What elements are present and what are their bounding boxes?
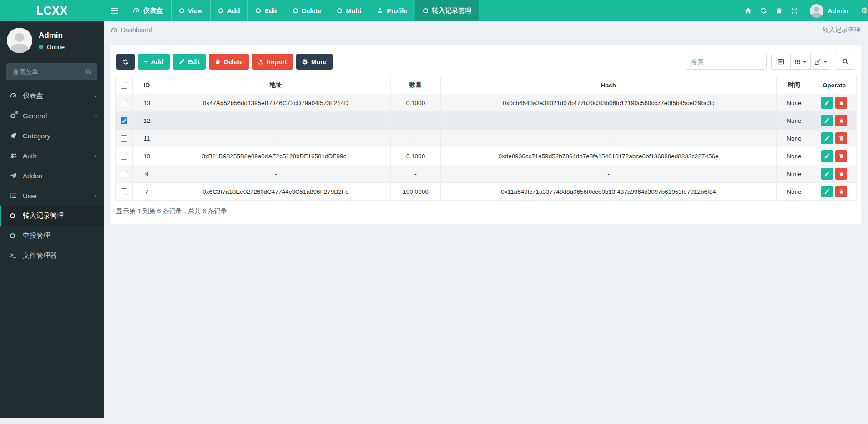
tab-profile[interactable]: Profile <box>369 0 415 21</box>
sidebar-item-transfer-records[interactable]: 转入记录管理 <box>0 206 104 226</box>
export-icon <box>814 58 821 65</box>
menu-search-input[interactable] <box>12 68 80 76</box>
add-button[interactable]: + Add <box>138 54 170 70</box>
sidebar-user-panel: Admin Online <box>0 21 104 59</box>
app-logo[interactable]: LCXX <box>0 0 104 21</box>
row-delete-button[interactable] <box>835 97 847 109</box>
refresh-button[interactable] <box>116 54 135 70</box>
topbar-username[interactable]: Admin <box>828 7 848 15</box>
breadcrumb: Dashboard 转入记录管理 <box>104 21 868 39</box>
tab-dashboard[interactable]: 仪表盘 <box>125 0 171 21</box>
plus-icon: + <box>144 58 148 66</box>
hamburger-menu-icon[interactable] <box>104 0 125 21</box>
sidebar-item-file-manager[interactable]: >_ 文件管理器 <box>0 246 104 266</box>
col-hash: Hash <box>441 76 777 94</box>
tab-delete[interactable]: Delete <box>285 0 329 21</box>
table-search-input[interactable] <box>686 54 767 70</box>
trash-icon[interactable] <box>772 0 787 21</box>
expand-icon[interactable] <box>787 0 802 21</box>
trash-icon <box>215 59 221 65</box>
table-row[interactable]: 12 - - - None <box>116 112 857 130</box>
detail-view-icon <box>777 58 784 65</box>
detail-view-button[interactable] <box>771 54 791 70</box>
main-content: + Add Edit Delete <box>104 39 868 424</box>
row-delete-button[interactable] <box>835 186 847 197</box>
caret-down-icon <box>823 61 827 65</box>
row-checkbox[interactable] <box>121 100 127 106</box>
sidebar-item-dashboard[interactable]: 仪表盘 ‹ <box>0 86 104 106</box>
col-operate: Operate <box>812 76 857 94</box>
chevron-left-icon: ‹ <box>94 92 97 100</box>
pagination-summary: 显示第 1 到第 6 条记录，总共 6 条记录 <box>116 207 855 216</box>
gear-icon[interactable]: ⚙ <box>861 0 868 21</box>
row-checkbox[interactable] <box>121 135 127 142</box>
row-delete-button[interactable] <box>835 132 847 144</box>
sidebar-item-category[interactable]: Category <box>0 126 104 146</box>
refresh-icon[interactable] <box>756 0 772 21</box>
columns-grid-icon <box>794 59 801 65</box>
user-status: Online <box>39 44 65 50</box>
sidebar-item-user[interactable]: User ‹ <box>0 186 104 206</box>
row-edit-button[interactable] <box>821 115 833 126</box>
topbar-avatar[interactable] <box>810 4 823 18</box>
sidebar-nav: 仪表盘 ‹ ⚙⚙ General ‹ Category Auth ‹ Addon <box>0 86 104 266</box>
table-row[interactable]: 13 0x47Ab52b56dd1395eB7346C72cD79a04f573… <box>116 94 857 112</box>
tab-multi[interactable]: Multi <box>329 0 369 21</box>
row-delete-button[interactable] <box>835 150 847 162</box>
pencil-icon <box>179 59 185 65</box>
circle-o-icon <box>10 213 23 218</box>
tab-view[interactable]: View <box>171 0 211 21</box>
table-row[interactable]: 7 0x6C3f7a18Ee027260dC47744c3C51a896F279… <box>116 183 857 201</box>
sidebar-item-general[interactable]: ⚙⚙ General ‹ <box>0 106 104 126</box>
delete-button[interactable]: Delete <box>209 54 249 70</box>
row-checkbox[interactable] <box>121 188 127 195</box>
edit-button[interactable]: Edit <box>173 54 206 70</box>
table-row[interactable]: 9 - - - None <box>116 165 857 183</box>
row-delete-button[interactable] <box>835 168 847 180</box>
topbar-tabs: 仪表盘 View Add Edit Delete Multi Profile <box>125 0 479 21</box>
circle-o-icon <box>10 233 23 238</box>
view-options-group <box>771 54 831 70</box>
avatar <box>7 28 32 53</box>
row-checkbox[interactable] <box>121 117 127 124</box>
row-checkbox[interactable] <box>121 153 127 160</box>
sidebar-item-airdrop[interactable]: 空投管理 <box>0 226 104 246</box>
tachometer-icon <box>10 92 23 99</box>
gear-icon: ⚙ <box>302 58 308 65</box>
sidebar-item-auth[interactable]: Auth ‹ <box>0 146 104 166</box>
tab-add[interactable]: Add <box>210 0 247 21</box>
row-edit-button[interactable] <box>821 132 833 144</box>
upload-icon <box>258 59 264 65</box>
user-icon <box>377 8 383 14</box>
leaf-icon <box>10 132 23 139</box>
tab-edit[interactable]: Edit <box>247 0 284 21</box>
records-table: ID 地址 数量 Hash 时间 Operate 13 0x47Ab52b56d… <box>115 76 857 201</box>
table-row[interactable]: 11 - - - None <box>116 130 857 147</box>
circle-o-icon <box>179 8 184 13</box>
topbar: 仪表盘 View Add Edit Delete Multi Profile <box>104 0 868 21</box>
tachometer-icon <box>111 27 118 34</box>
row-checkbox[interactable] <box>121 171 127 177</box>
breadcrumb-current[interactable]: Dashboard <box>121 26 152 34</box>
col-id: ID <box>133 76 161 94</box>
more-button[interactable]: ⚙ More <box>296 54 333 70</box>
search-button[interactable] <box>836 54 855 70</box>
chevron-down-icon: ‹ <box>92 114 100 117</box>
row-edit-button[interactable] <box>821 150 833 162</box>
col-address: 地址 <box>161 76 391 94</box>
columns-dropdown-button[interactable] <box>791 54 811 70</box>
row-edit-button[interactable] <box>821 168 833 180</box>
table-row[interactable]: 10 0xB11D98255B8e09a0dAF2c5128bDF16581dD… <box>116 147 857 165</box>
import-button[interactable]: Import <box>252 54 293 70</box>
row-edit-button[interactable] <box>821 186 833 197</box>
page-title: 转入记录管理 <box>823 26 861 34</box>
caret-down-icon <box>803 61 807 65</box>
sidebar-item-addon[interactable]: Addon <box>0 166 104 186</box>
select-all-checkbox[interactable] <box>121 82 127 89</box>
row-delete-button[interactable] <box>835 115 847 126</box>
home-icon[interactable] <box>741 0 756 21</box>
row-edit-button[interactable] <box>821 97 833 109</box>
tab-transfer-records[interactable]: 转入记录管理 <box>415 0 479 21</box>
export-dropdown-button[interactable] <box>811 54 831 70</box>
chevron-left-icon: ‹ <box>94 152 97 160</box>
